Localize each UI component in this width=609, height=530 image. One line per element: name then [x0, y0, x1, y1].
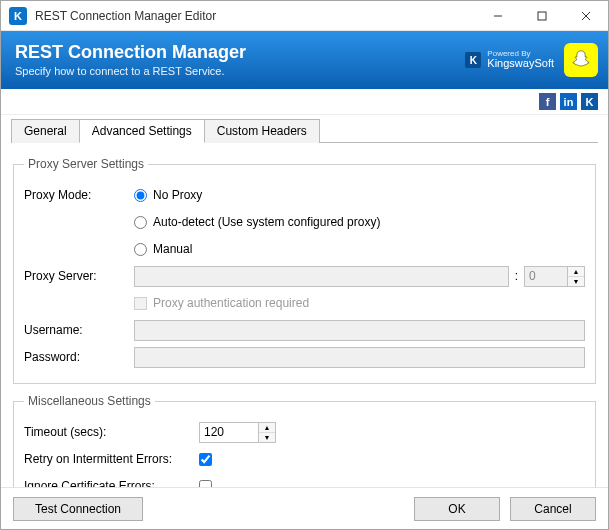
tab-advanced-settings[interactable]: Advanced Settings — [79, 119, 205, 143]
timeout-step-down[interactable]: ▼ — [259, 433, 275, 442]
timeout-label: Timeout (secs): — [24, 425, 199, 439]
proxy-mode-label: Proxy Mode: — [24, 188, 134, 202]
titlebar: K REST Connection Manager Editor — [1, 1, 608, 31]
footer: Test Connection OK Cancel — [1, 487, 608, 529]
proxy-server-label: Proxy Server: — [24, 269, 134, 283]
app-icon: K — [9, 7, 27, 25]
timeout-input[interactable] — [199, 422, 259, 443]
proxy-auth-checkbox: Proxy authentication required — [134, 296, 309, 310]
kingswaysoft-logo: K Powered By KingswaySoft — [465, 50, 554, 70]
timeout-spinner[interactable]: ▲ ▼ — [199, 422, 276, 443]
radio-auto-detect-input[interactable] — [134, 216, 147, 229]
port-step-down[interactable]: ▼ — [568, 277, 584, 286]
banner-title: REST Connection Manager — [15, 43, 465, 63]
radio-manual-input[interactable] — [134, 243, 147, 256]
radio-no-proxy-input[interactable] — [134, 189, 147, 202]
tab-general[interactable]: General — [11, 119, 80, 143]
proxy-server-input[interactable] — [134, 266, 509, 287]
kingswaysoft-icon[interactable]: K — [581, 93, 598, 110]
banner-subtitle: Specify how to connect to a REST Service… — [15, 65, 465, 77]
proxy-port-spinner[interactable]: ▲ ▼ — [524, 266, 585, 287]
misc-legend: Miscellaneous Settings — [24, 394, 155, 408]
maximize-button[interactable] — [520, 1, 564, 31]
ignore-cert-label: Ignore Certificate Errors: — [24, 479, 199, 487]
window: K REST Connection Manager Editor REST Co… — [0, 0, 609, 530]
radio-auto-detect-label: Auto-detect (Use system configured proxy… — [153, 215, 380, 229]
minimize-button[interactable] — [476, 1, 520, 31]
tab-bar: General Advanced Settings Custom Headers — [11, 119, 598, 143]
linkedin-icon[interactable]: in — [560, 93, 577, 110]
proxy-auth-checkbox-box — [134, 297, 147, 310]
maximize-icon — [537, 11, 547, 21]
tab-custom-headers[interactable]: Custom Headers — [204, 119, 320, 143]
radio-no-proxy[interactable]: No Proxy — [134, 188, 202, 202]
window-title: REST Connection Manager Editor — [35, 9, 476, 23]
snapchat-icon — [564, 43, 598, 77]
test-connection-button[interactable]: Test Connection — [13, 497, 143, 521]
svg-rect-1 — [538, 12, 546, 20]
radio-auto-detect[interactable]: Auto-detect (Use system configured proxy… — [134, 215, 380, 229]
proxy-port-input[interactable] — [524, 266, 568, 287]
radio-no-proxy-label: No Proxy — [153, 188, 202, 202]
retry-checkbox[interactable] — [199, 453, 212, 466]
username-label: Username: — [24, 323, 134, 337]
close-icon — [581, 11, 591, 21]
proxy-legend: Proxy Server Settings — [24, 157, 148, 171]
twitter-icon[interactable]: ✦ — [518, 93, 535, 110]
facebook-icon[interactable]: f — [539, 93, 556, 110]
misc-settings-group: Miscellaneous Settings Timeout (secs): ▲… — [13, 394, 596, 487]
ok-button[interactable]: OK — [414, 497, 500, 521]
header-banner: REST Connection Manager Specify how to c… — [1, 31, 608, 89]
proxy-server-settings-group: Proxy Server Settings Proxy Mode: No Pro… — [13, 157, 596, 384]
port-step-up[interactable]: ▲ — [568, 267, 584, 277]
password-input[interactable] — [134, 347, 585, 368]
cancel-button[interactable]: Cancel — [510, 497, 596, 521]
close-button[interactable] — [564, 1, 608, 31]
logo-name: KingswaySoft — [487, 57, 554, 69]
radio-manual-label: Manual — [153, 242, 192, 256]
proxy-auth-label: Proxy authentication required — [153, 296, 309, 310]
social-strip: ✉ ✦ f in K — [1, 89, 608, 115]
minimize-icon — [493, 11, 503, 21]
colon-separator: : — [515, 269, 518, 283]
username-input[interactable] — [134, 320, 585, 341]
password-label: Password: — [24, 350, 134, 364]
main-content: Proxy Server Settings Proxy Mode: No Pro… — [1, 143, 608, 487]
radio-manual[interactable]: Manual — [134, 242, 192, 256]
ignore-cert-checkbox[interactable] — [199, 480, 212, 488]
mail-icon[interactable]: ✉ — [497, 93, 514, 110]
timeout-step-up[interactable]: ▲ — [259, 423, 275, 433]
retry-label: Retry on Intermittent Errors: — [24, 452, 199, 466]
